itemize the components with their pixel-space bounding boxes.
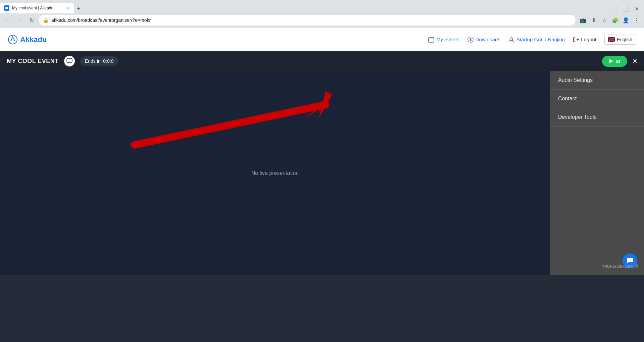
no-presentation-text: No live presentation: [251, 170, 299, 176]
language-button[interactable]: English: [604, 35, 636, 45]
forward-button[interactable]: →: [15, 15, 24, 25]
timer-label: Ends in: 0:0:0: [85, 58, 114, 64]
contact-label: Contact: [558, 96, 577, 101]
user-profile-nav[interactable]: Startup Grind Nanjing: [508, 37, 565, 43]
audio-settings-menu-item[interactable]: Audio Settings: [550, 71, 644, 90]
svg-line-14: [134, 105, 326, 145]
tab-favicon: [4, 5, 9, 11]
reload-button[interactable]: ↻: [27, 15, 36, 25]
sidebar-footer: 京ICP证19001848号: [550, 127, 644, 275]
right-sidebar-menu: Audio Settings Contact Developer Tools 京…: [550, 71, 644, 275]
audio-settings-label: Audio Settings: [558, 77, 593, 83]
download-button[interactable]: ⬇: [589, 15, 598, 25]
svg-point-0: [5, 7, 8, 9]
user-profile-label: Startup Grind Nanjing: [516, 37, 565, 42]
browser-tab[interactable]: My cool event | Akkadu ×: [0, 3, 74, 13]
header-nav: My events Downloads Startup Grind Nanjin…: [428, 35, 636, 45]
my-events-nav[interactable]: My events: [428, 37, 459, 43]
svg-point-9: [510, 38, 513, 40]
profile-button[interactable]: 👤: [621, 15, 631, 25]
app-header: Akkadu My events Downloads: [0, 28, 644, 51]
svg-rect-3: [429, 38, 434, 42]
tab-close-button[interactable]: ×: [67, 6, 70, 10]
event-close-button[interactable]: ×: [633, 57, 637, 65]
event-bar: MY COOL EVENT Ends in: 0:0:0 St ×: [0, 51, 644, 71]
red-arrow: [117, 85, 352, 152]
cast-button[interactable]: 📺: [578, 15, 588, 25]
logout-label: Logout: [581, 37, 596, 42]
logo-text: Akkadu: [20, 35, 47, 44]
bottom-area: [0, 275, 644, 342]
tab-title: My cool event | Akkadu: [12, 6, 64, 10]
svg-rect-12: [67, 58, 72, 62]
browser-actions: 📺 ⬇ ☆ 🧩 👤 ⋮: [578, 15, 641, 25]
logout-icon: [573, 37, 579, 43]
window-maximize-button[interactable]: ⬜: [621, 4, 631, 13]
developer-tools-menu-item[interactable]: Developer Tools: [550, 108, 644, 127]
tab-bar: My cool event | Akkadu × + — ⬜ ✕: [0, 0, 644, 13]
downloads-nav[interactable]: Downloads: [467, 37, 500, 43]
window-close-button[interactable]: ✕: [632, 4, 641, 13]
presentation-area: No live presentation: [0, 71, 550, 275]
url-text: akkadu.com/broadcast/eventorganizer/?e=m…: [51, 17, 572, 23]
back-button[interactable]: ←: [3, 15, 12, 25]
new-tab-button[interactable]: +: [74, 4, 83, 13]
browser-chrome: My cool event | Akkadu × + — ⬜ ✕ ← → ↻ 🔒…: [0, 0, 644, 28]
download-icon: [467, 37, 474, 43]
icp-text: 京ICP证19001848号: [602, 264, 639, 270]
svg-marker-2: [11, 37, 15, 41]
logo-icon: [8, 35, 17, 44]
logout-button[interactable]: Logout: [573, 37, 596, 43]
play-icon: [609, 59, 613, 63]
chat-icon: [66, 58, 72, 64]
logo[interactable]: Akkadu: [8, 35, 47, 44]
svg-marker-15: [305, 95, 332, 118]
start-button[interactable]: St: [602, 56, 627, 67]
window-minimize-button[interactable]: —: [610, 4, 620, 13]
chat-icon-button[interactable]: [64, 56, 75, 66]
menu-button[interactable]: ⋮: [632, 15, 641, 25]
address-bar-row: ← → ↻ 🔒 akkadu.com/broadcast/eventorgani…: [0, 13, 644, 28]
extension-puzzle-button[interactable]: 🧩: [610, 15, 620, 25]
start-label: St: [615, 58, 621, 64]
developer-tools-label: Developer Tools: [558, 114, 596, 120]
bookmark-button[interactable]: ☆: [600, 15, 609, 25]
main-area: No live presentation Audio Settings Cont…: [0, 71, 644, 275]
lock-icon: 🔒: [43, 17, 49, 23]
downloads-label: Downloads: [476, 37, 500, 42]
svg-marker-13: [609, 59, 613, 63]
flag-icon: [608, 37, 615, 42]
svg-marker-16: [319, 91, 332, 118]
contact-menu-item[interactable]: Contact: [550, 90, 644, 108]
timer-badge: Ends in: 0:0:0: [80, 56, 118, 66]
language-label: English: [617, 37, 632, 42]
my-events-label: My events: [436, 37, 459, 42]
event-title: MY COOL EVENT: [7, 58, 59, 65]
chat-bubble-icon: [626, 257, 634, 264]
app: Akkadu My events Downloads: [0, 28, 644, 342]
address-bar[interactable]: 🔒 akkadu.com/broadcast/eventorganizer/?e…: [39, 15, 576, 26]
user-icon: [508, 37, 514, 43]
calendar-icon: [428, 37, 434, 43]
